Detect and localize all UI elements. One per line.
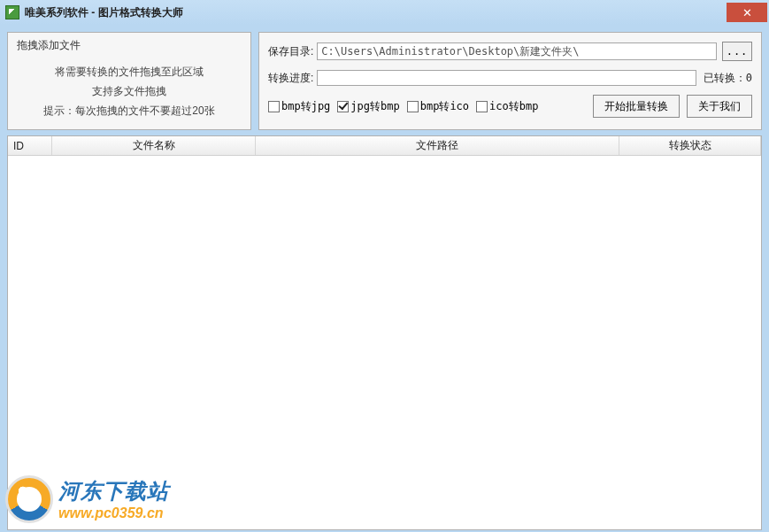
checkbox-box-jpg2bmp <box>337 101 349 112</box>
dropzone-hint-3: 提示：每次拖拽的文件不要超过20张 <box>17 101 242 120</box>
checkbox-box-bmp2ico <box>407 101 419 112</box>
progress-label: 转换进度: <box>268 71 313 86</box>
table-header: ID 文件名称 文件路径 转换状态 <box>8 136 761 156</box>
titlebar: 唯美系列软件 - 图片格式转换大师 ✕ <box>0 0 769 25</box>
checkbox-bmp2ico[interactable]: bmp转ico <box>407 99 469 114</box>
drop-zone[interactable]: 拖拽添加文件 将需要转换的文件拖拽至此区域 支持多文件拖拽 提示：每次拖拽的文件… <box>7 32 251 130</box>
checkbox-label-jpg2bmp: jpg转bmp <box>350 99 399 114</box>
dropzone-title: 拖拽添加文件 <box>17 38 242 53</box>
converted-text: 已转换： <box>704 72 746 84</box>
checkbox-box-bmp2jpg <box>268 101 280 112</box>
options-row: bmp转jpg jpg转bmp bmp转ico ico转bmp <box>268 95 752 118</box>
converted-label: 已转换：0 <box>704 71 752 86</box>
app-icon <box>5 5 19 19</box>
progress-row: 转换进度: 已转换：0 <box>268 70 752 86</box>
browse-button[interactable]: ... <box>722 42 752 61</box>
about-button[interactable]: 关于我们 <box>687 95 752 118</box>
col-name[interactable]: 文件名称 <box>52 136 256 155</box>
dropzone-hint-2: 支持多文件拖拽 <box>17 81 242 101</box>
window-title: 唯美系列软件 - 图片格式转换大师 <box>25 5 727 20</box>
checkbox-jpg2bmp[interactable]: jpg转bmp <box>337 99 399 114</box>
start-convert-button[interactable]: 开始批量转换 <box>593 95 680 118</box>
checkbox-bmp2jpg[interactable]: bmp转jpg <box>268 99 330 114</box>
save-dir-row: 保存目录: ... <box>268 42 752 61</box>
table-body <box>8 156 761 530</box>
save-dir-label: 保存目录: <box>268 44 313 59</box>
progress-bar <box>317 70 696 86</box>
file-table: ID 文件名称 文件路径 转换状态 <box>7 135 762 530</box>
col-path[interactable]: 文件路径 <box>256 136 619 155</box>
settings-panel: 保存目录: ... 转换进度: 已转换：0 bmp转jpg <box>258 32 762 130</box>
save-dir-input[interactable] <box>317 42 717 60</box>
checkbox-label-bmp2ico: bmp转ico <box>420 99 469 114</box>
top-panels: 拖拽添加文件 将需要转换的文件拖拽至此区域 支持多文件拖拽 提示：每次拖拽的文件… <box>7 32 762 130</box>
col-id[interactable]: ID <box>8 136 52 155</box>
checkbox-label-ico2bmp: ico转bmp <box>489 99 538 114</box>
dropzone-hint-1: 将需要转换的文件拖拽至此区域 <box>17 62 242 81</box>
col-status[interactable]: 转换状态 <box>619 136 761 155</box>
converted-count: 0 <box>746 72 752 84</box>
close-button[interactable]: ✕ <box>727 3 767 22</box>
checkbox-box-ico2bmp <box>476 101 488 112</box>
app-window: 唯美系列软件 - 图片格式转换大师 ✕ 拖拽添加文件 将需要转换的文件拖拽至此区… <box>0 0 769 532</box>
checkbox-label-bmp2jpg: bmp转jpg <box>281 99 330 114</box>
checkbox-ico2bmp[interactable]: ico转bmp <box>476 99 538 114</box>
content-area: 拖拽添加文件 将需要转换的文件拖拽至此区域 支持多文件拖拽 提示：每次拖拽的文件… <box>0 25 769 532</box>
